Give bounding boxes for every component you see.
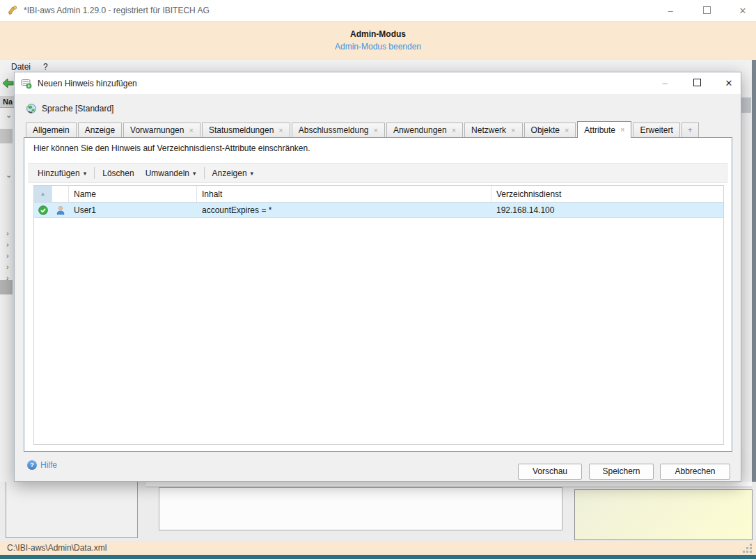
close-button[interactable]: ✕ — [735, 6, 750, 16]
column-header-name[interactable]: Name — [69, 186, 197, 202]
back-arrow-icon[interactable] — [2, 77, 14, 89]
menu-datei[interactable]: Datei — [5, 62, 37, 72]
resize-grip[interactable] — [742, 543, 752, 553]
maximize-icon — [703, 6, 711, 14]
show-menu-button[interactable]: Anzeigen ▾ — [207, 168, 260, 178]
table-row[interactable]: User1 accountExpires = * 192.168.14.100 — [34, 203, 723, 218]
chevron-right-icon[interactable]: › — [6, 263, 9, 270]
admin-mode-exit-link[interactable]: Admin-Modus beenden — [0, 42, 756, 52]
row-name: User1 — [69, 203, 197, 217]
screen: *IBI-aws Admin 1.29.0 - registriert für … — [0, 0, 756, 559]
status-file-path: C:\IBI-aws\Admin\Data.xml — [7, 543, 107, 553]
background-center-panel — [159, 487, 562, 530]
minimize-button[interactable]: – — [663, 6, 678, 16]
cancel-button[interactable]: Abbrechen — [660, 464, 730, 480]
dialog-close-button[interactable]: ✕ — [721, 78, 737, 88]
delete-button[interactable]: Löschen — [97, 168, 139, 178]
dropdown-caret-icon: ▾ — [193, 170, 196, 177]
scrollbar-thumb[interactable] — [741, 97, 751, 113]
dropdown-caret-icon: ▾ — [84, 170, 87, 177]
admin-mode-banner: Admin-Modus Admin-Modus beenden — [0, 22, 756, 60]
tab-anwendungen[interactable]: Anwendungen× — [386, 123, 463, 137]
row-status-cell — [34, 203, 52, 217]
tab-vorwarnungen[interactable]: Vorwarnungen× — [123, 123, 200, 137]
dialog-footer: ? Hilfe Vorschau Speichern Abbrechen — [15, 452, 741, 481]
scrollbar-track[interactable] — [741, 74, 752, 451]
tab-erweitert[interactable]: Erweitert — [633, 123, 679, 137]
row-type-cell — [52, 203, 69, 217]
dropdown-caret-icon: ▾ — [251, 170, 254, 177]
icon-column-header[interactable] — [52, 186, 69, 202]
language-label: Sprache [Standard] — [42, 104, 113, 113]
user-icon — [56, 205, 65, 215]
column-header-verzeichnisdienst[interactable]: Verzeichnisdienst — [491, 186, 723, 202]
row-content: accountExpires = * — [197, 203, 491, 217]
dialog-minimize-button[interactable]: – — [657, 78, 672, 88]
tab-abschlussmeldung[interactable]: Abschlussmeldung× — [292, 123, 385, 137]
row-directory: 192.168.14.100 — [491, 203, 723, 217]
add-menu-button[interactable]: Hinzufügen ▾ — [32, 168, 92, 178]
chevron-down-icon[interactable]: ⌄ — [6, 171, 12, 178]
grid-header: ▲ Name Inhalt Verzeichnisdienst — [34, 186, 723, 203]
tree-column-header: Na — [0, 96, 14, 108]
bottom-accent-strip — [0, 555, 756, 559]
dialog-title: Neuen Hinweis hinzufügen — [38, 79, 137, 88]
tab-allgemein[interactable]: Allgemein — [26, 123, 77, 137]
grid-toolbar: Hinzufügen ▾ Löschen Umwandeln ▾ Anzeige… — [29, 163, 727, 183]
tab-anzeige[interactable]: Anzeige — [78, 123, 122, 137]
column-header-inhalt[interactable]: Inhalt — [197, 186, 491, 202]
chevron-right-icon[interactable]: › — [6, 252, 9, 259]
tab-close-icon[interactable]: × — [511, 127, 515, 134]
panel-description: Hier können Sie den Hinweis auf Verzeich… — [33, 143, 310, 153]
help-link[interactable]: ? Hilfe — [27, 460, 57, 470]
check-circle-icon — [38, 205, 48, 215]
tab-netzwerk[interactable]: Netzwerk× — [464, 123, 522, 137]
tab-close-icon[interactable]: × — [278, 127, 283, 134]
add-note-icon — [21, 78, 32, 89]
maximize-button[interactable] — [699, 6, 714, 16]
chevron-right-icon[interactable]: › — [6, 230, 9, 237]
help-icon: ? — [27, 460, 37, 470]
menu-help[interactable]: ? — [37, 62, 54, 72]
background-left-panel — [6, 482, 138, 538]
dialog-titlebar: Neuen Hinweis hinzufügen – ✕ — [15, 72, 741, 94]
dialog-maximize-button[interactable] — [689, 78, 704, 88]
add-note-dialog: Neuen Hinweis hinzufügen – ✕ Sprache [St… — [14, 72, 741, 482]
tab-close-icon[interactable]: × — [565, 127, 569, 134]
background-panel-edge — [146, 482, 752, 487]
tab-close-icon[interactable]: × — [620, 126, 624, 134]
tab-attribute[interactable]: Attribute× — [577, 121, 631, 138]
globe-icon — [26, 103, 37, 114]
window-title: *IBI-aws Admin 1.29.0 - registriert für … — [24, 6, 210, 15]
tab-close-icon[interactable]: × — [373, 127, 377, 134]
toolbar-separator — [94, 167, 95, 179]
tree-item-block — [0, 280, 13, 294]
tab-add-button[interactable]: + — [682, 123, 699, 137]
preview-button[interactable]: Vorschau — [518, 464, 582, 480]
language-row[interactable]: Sprache [Standard] — [26, 102, 113, 116]
statusbar: C:\IBI-aws\Admin\Data.xml — [0, 541, 756, 555]
sort-asc-icon: ▲ — [40, 191, 46, 197]
tab-strip: Allgemein Anzeige Vorwarnungen× Statusme… — [26, 120, 700, 137]
tab-objekte[interactable]: Objekte× — [524, 123, 576, 137]
app-horn-icon — [7, 5, 18, 16]
chevron-down-icon[interactable]: ⌄ — [6, 111, 12, 118]
chevron-right-icon[interactable]: › — [6, 241, 9, 248]
maximize-icon — [693, 79, 701, 86]
tab-statusmeldungen[interactable]: Statusmeldungen× — [202, 123, 290, 137]
save-button[interactable]: Speichern — [589, 464, 654, 480]
convert-menu-button[interactable]: Umwandeln ▾ — [140, 168, 202, 178]
sort-indicator-column[interactable]: ▲ — [34, 186, 52, 202]
attribute-tab-panel: Hier können Sie den Hinweis auf Verzeich… — [24, 137, 732, 452]
tab-close-icon[interactable]: × — [189, 127, 193, 134]
window-right-edge — [752, 60, 756, 541]
tab-close-icon[interactable]: × — [452, 127, 456, 134]
admin-mode-title: Admin-Modus — [0, 29, 756, 39]
main-titlebar: *IBI-aws Admin 1.29.0 - registriert für … — [0, 0, 756, 22]
note-preview-panel — [574, 489, 753, 540]
attributes-grid: ▲ Name Inhalt Verzeichnisdienst — [33, 185, 724, 445]
toolbar-separator — [204, 167, 205, 179]
tree-item-block — [0, 129, 13, 143]
